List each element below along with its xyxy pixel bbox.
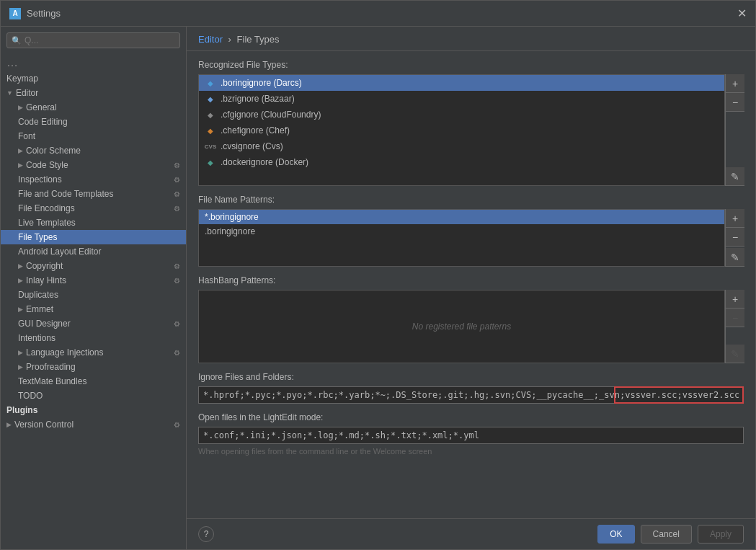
android-layout-label: Android Layout Editor (18, 247, 101, 257)
list-item[interactable]: ◆ .dockerignore (Docker) (199, 154, 724, 170)
sidebar-item-language-injections[interactable]: ▶ Language Injections ⚙ (1, 345, 186, 360)
textmate-bundles-label: TextMate Bundles (18, 376, 86, 386)
main-body: Recognized File Types: ◆ .boringignore (… (187, 51, 755, 518)
sidebar-item-keymap[interactable]: Keymap (1, 71, 186, 86)
language-injections-label: Language Injections (26, 347, 103, 358)
sidebar-item-duplicates[interactable]: Duplicates (1, 288, 186, 302)
todo-label: TODO (18, 391, 43, 401)
sidebar-item-color-scheme[interactable]: ▶ Color Scheme (1, 143, 186, 158)
hashbang-patterns-side-buttons: + − ✎ (725, 290, 744, 363)
emmet-label: Emmet (26, 304, 53, 314)
main-content: Editor › File Types Recognized File Type… (187, 27, 755, 549)
sidebar-item-version-control[interactable]: ▶ Version Control ⚙ (1, 417, 186, 432)
file-code-templates-label: File and Code Templates (18, 189, 114, 199)
sidebar-item-code-style[interactable]: ▶ Code Style ⚙ (1, 158, 186, 172)
sidebar-item-textmate-bundles[interactable]: TextMate Bundles (1, 374, 186, 389)
recognized-file-types-list[interactable]: ◆ .boringignore (Darcs) ◆ .bzrignore (Ba… (198, 74, 725, 186)
edit-file-type-button[interactable]: ✎ (726, 167, 744, 186)
sidebar-item-editor[interactable]: ▼ Editor (1, 86, 186, 100)
file-icon-darcs: ◆ (205, 77, 216, 89)
inspections-label: Inspections (18, 174, 62, 185)
copyright-gear-icon: ⚙ (174, 262, 180, 270)
editor-chevron: ▼ (6, 89, 13, 97)
sidebar-item-proofreading[interactable]: ▶ Proofreading (1, 360, 186, 374)
sidebar-item-live-templates[interactable]: Live Templates (1, 216, 186, 230)
sidebar-item-plugins[interactable]: Plugins (1, 403, 186, 417)
pattern-name: *.boringignore (205, 212, 259, 222)
breadcrumb-parent[interactable]: Editor (198, 34, 223, 45)
list-item[interactable]: .boringignore (199, 224, 724, 239)
apply-button[interactable]: Apply (698, 525, 744, 544)
close-button[interactable]: ✕ (737, 6, 747, 20)
add-pattern-button[interactable]: + (726, 209, 744, 228)
content-area: 🔍 … Keymap ▼ Editor ▶ General (1, 27, 755, 549)
sidebar-item-gui-designer[interactable]: GUI Designer ⚙ (1, 316, 186, 331)
sidebar-item-intentions[interactable]: Intentions (1, 331, 186, 345)
item-name: .boringignore (Darcs) (221, 78, 302, 88)
editor-label: Editor (16, 88, 38, 98)
code-style-gear-icon: ⚙ (174, 161, 180, 169)
code-editing-label: Code Editing (18, 117, 68, 127)
list-item[interactable]: *.boringignore (199, 210, 724, 224)
remove-hashbang-button[interactable]: − (726, 309, 744, 327)
file-name-patterns-label: File Name Patterns: (198, 195, 744, 205)
color-scheme-label: Color Scheme (26, 146, 81, 156)
sidebar-item-emmet[interactable]: ▶ Emmet (1, 302, 186, 316)
inlay-hints-label: Inlay Hints (26, 275, 66, 285)
add-file-type-button[interactable]: + (726, 74, 744, 93)
item-name: .bzrignore (Bazaar) (221, 94, 295, 104)
search-input[interactable] (25, 35, 175, 45)
item-name: .cfgignore (CloudFoundry) (221, 110, 321, 120)
list-item[interactable]: ◆ .bzrignore (Bazaar) (199, 91, 724, 107)
list-item[interactable]: ◆ .cfgignore (CloudFoundry) (199, 107, 724, 123)
edit-pattern-button[interactable]: ✎ (726, 248, 744, 267)
font-label: Font (18, 131, 35, 141)
item-name: .cvsignore (Cvs) (221, 141, 283, 151)
edit-hashbang-button[interactable]: ✎ (726, 345, 744, 363)
file-types-label: File Types (18, 232, 57, 242)
sidebar-item-android-layout[interactable]: Android Layout Editor (1, 244, 186, 259)
breadcrumb: Editor › File Types (187, 27, 755, 51)
sidebar-item-todo[interactable]: TODO (1, 389, 186, 403)
version-control-label: Version Control (14, 420, 74, 430)
language-injections-chevron: ▶ (18, 349, 23, 356)
file-name-patterns-panel: *.boringignore .boringignore + − ✎ (198, 209, 744, 267)
file-encodings-label: File Encodings (18, 203, 75, 213)
add-hashbang-button[interactable]: + (726, 290, 744, 309)
copyright-label: Copyright (26, 261, 63, 271)
recognized-file-types-label: Recognized File Types: (198, 60, 744, 70)
open-files-hint: When opening files from the command line… (198, 447, 744, 456)
remove-file-type-button[interactable]: − (726, 93, 744, 112)
recognized-file-types-section: Recognized File Types: ◆ .boringignore (… (198, 60, 744, 186)
intentions-label: Intentions (18, 333, 55, 343)
sidebar-item-font[interactable]: Font (1, 129, 186, 143)
duplicates-label: Duplicates (18, 290, 58, 300)
remove-pattern-button[interactable]: − (726, 228, 744, 247)
help-button[interactable]: ? (198, 526, 214, 542)
list-item[interactable]: CVS .cvsignore (Cvs) (199, 138, 724, 154)
list-item[interactable]: ◆ .chefignore (Chef) (199, 123, 724, 138)
hashbang-patterns-list[interactable]: No registered file patterns (198, 290, 725, 363)
file-code-templates-gear-icon: ⚙ (174, 190, 180, 198)
language-injections-gear-icon: ⚙ (174, 349, 180, 357)
sidebar-item-file-code-templates[interactable]: File and Code Templates ⚙ (1, 187, 186, 201)
open-files-input[interactable] (198, 427, 744, 444)
ok-button[interactable]: OK (597, 525, 634, 544)
sidebar-item-inlay-hints[interactable]: ▶ Inlay Hints ⚙ (1, 273, 186, 288)
ignore-files-input[interactable] (198, 386, 744, 404)
item-name: .chefignore (Chef) (221, 125, 290, 136)
list-item[interactable]: ◆ .boringignore (Darcs) (199, 75, 724, 91)
sidebar-item-general[interactable]: ▶ General (1, 100, 186, 115)
copyright-chevron: ▶ (18, 262, 23, 270)
file-icon-bazaar: ◆ (205, 93, 216, 105)
sidebar-item-code-editing[interactable]: Code Editing (1, 115, 186, 129)
sidebar-item-copyright[interactable]: ▶ Copyright ⚙ (1, 259, 186, 273)
search-box[interactable]: 🔍 (6, 32, 180, 48)
sidebar-item-inspections[interactable]: Inspections ⚙ (1, 172, 186, 187)
cancel-button[interactable]: Cancel (641, 525, 692, 544)
file-icon-chef: ◆ (205, 125, 216, 136)
sidebar-item-file-encodings[interactable]: File Encodings ⚙ (1, 201, 186, 216)
sidebar-item-dots[interactable]: … (1, 54, 186, 71)
file-name-patterns-list[interactable]: *.boringignore .boringignore (198, 209, 725, 267)
sidebar-item-file-types[interactable]: File Types (1, 230, 186, 244)
